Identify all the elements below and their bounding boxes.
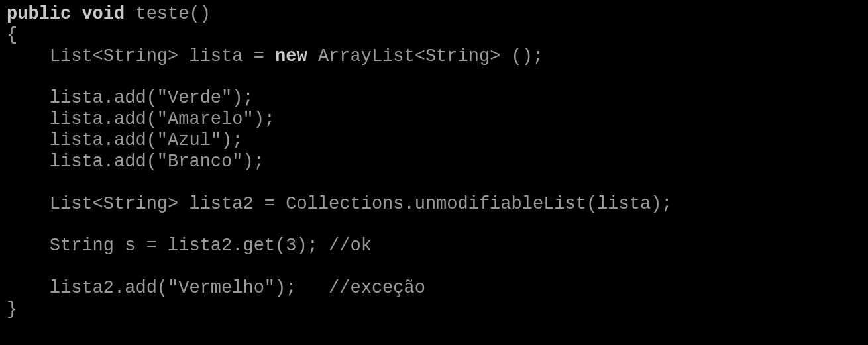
list-declaration-1-b: ArrayList<String> (); (307, 46, 543, 66)
keyword-public: public (7, 4, 71, 24)
indent (7, 278, 50, 298)
indent (7, 152, 50, 172)
get-line: String s = lista2.get(3); //ok (50, 236, 372, 256)
list-declaration-2: List<String> lista2 = Collections.unmodi… (50, 194, 673, 214)
indent (7, 109, 50, 129)
indent (7, 88, 50, 108)
indent (7, 46, 50, 66)
open-brace: { (7, 25, 17, 45)
add-amarelo: lista.add("Amarelo"); (50, 109, 275, 129)
indent (7, 236, 50, 256)
add-azul: lista.add("Azul"); (50, 130, 243, 150)
add-verde: lista.add("Verde"); (50, 88, 254, 108)
close-brace: } (7, 299, 17, 319)
add-branco: lista.add("Branco"); (50, 152, 264, 172)
list-declaration-1-a: List<String> lista = (50, 46, 275, 66)
code-block: public void teste() { List<String> lista… (7, 4, 861, 320)
keyword-new: new (275, 46, 307, 66)
add-vermelho: lista2.add("Vermelho"); //exceção (50, 278, 425, 298)
indent (7, 194, 50, 214)
method-signature: teste() (125, 4, 211, 24)
indent (7, 130, 50, 150)
keyword-void: void (81, 4, 125, 24)
